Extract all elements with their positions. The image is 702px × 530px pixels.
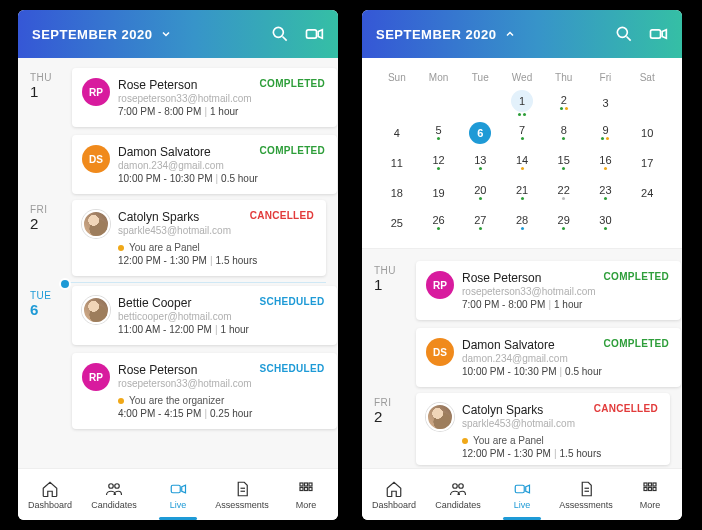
events-body: THU 1 RP Rose Peterson rosepeterson33@ho…	[18, 58, 338, 468]
dow-label: Wed	[501, 66, 543, 88]
candidate-name: Damon Salvatore	[118, 145, 252, 159]
calendar-day[interactable]: 29	[543, 208, 585, 238]
svg-rect-22	[515, 485, 524, 493]
nav-assessments[interactable]: Assessments	[554, 469, 618, 520]
svg-rect-18	[651, 30, 661, 38]
role-label: You are the organizer	[118, 395, 325, 406]
calendar-day[interactable]: 1	[501, 88, 543, 118]
event-card[interactable]: RP Rose Peterson rosepeterson33@hotmail.…	[416, 261, 681, 320]
calendar-day[interactable]: 5	[418, 118, 460, 148]
search-icon[interactable]	[270, 24, 290, 44]
page-title: SEPTEMBER 2020	[376, 27, 496, 42]
day-date-label: THU 1	[374, 261, 406, 387]
calendar-day[interactable]: 6	[459, 118, 501, 148]
candidate-name: Damon Salvatore	[462, 338, 596, 352]
svg-marker-3	[318, 30, 322, 38]
calendar-day[interactable]: 16	[585, 148, 627, 178]
svg-marker-7	[182, 485, 186, 493]
day-date-label: FRI 2	[374, 393, 406, 465]
month-selector[interactable]: SEPTEMBER 2020	[376, 27, 614, 42]
day-num: 1	[30, 83, 62, 100]
candidate-email: rosepeterson33@hotmail.com	[118, 378, 252, 389]
nav-dashboard[interactable]: Dashboard	[362, 469, 426, 520]
calendar-day[interactable]: 20	[459, 178, 501, 208]
chevron-down-icon	[160, 28, 172, 40]
candidate-email: rosepeterson33@hotmail.com	[462, 286, 596, 297]
nav-candidates[interactable]: Candidates	[82, 469, 146, 520]
calendar-day[interactable]: 22	[543, 178, 585, 208]
calendar-day[interactable]: 14	[501, 148, 543, 178]
event-time: 12:00 PM - 1:30 PM|1.5 hours	[118, 255, 314, 266]
day-num: 2	[374, 408, 406, 425]
calendar-day[interactable]: 28	[501, 208, 543, 238]
day-num: 2	[30, 215, 62, 232]
calendar-day[interactable]: 26	[418, 208, 460, 238]
calendar-day[interactable]: 18	[376, 178, 418, 208]
status-badge: COMPLETED	[604, 338, 669, 349]
calendar-day[interactable]: 12	[418, 148, 460, 178]
nav-live[interactable]: Live	[146, 469, 210, 520]
calendar-day[interactable]: 30	[585, 208, 627, 238]
svg-rect-11	[305, 483, 308, 486]
search-icon[interactable]	[614, 24, 634, 44]
svg-point-20	[453, 483, 458, 488]
candidate-name: Catolyn Sparks	[118, 210, 242, 224]
nav-label: Candidates	[435, 500, 481, 510]
calendar-day[interactable]: 24	[626, 178, 668, 208]
nav-more[interactable]: More	[618, 469, 682, 520]
calendar-day[interactable]: 4	[376, 118, 418, 148]
event-time: 11:00 AM - 12:00 PM|1 hour	[118, 324, 325, 335]
calendar-day[interactable]: 3	[585, 88, 627, 118]
calendar-day[interactable]: 17	[626, 148, 668, 178]
status-badge: CANCELLED	[594, 403, 658, 414]
event-time: 10:00 PM - 10:30 PM|0.5 hour	[118, 173, 325, 184]
calendar-day[interactable]: 15	[543, 148, 585, 178]
calendar-day[interactable]: 19	[418, 178, 460, 208]
candidate-name: Rose Peterson	[118, 78, 252, 92]
nav-assessments[interactable]: Assessments	[210, 469, 274, 520]
event-card[interactable]: Catolyn Sparks sparkle453@hotmail.com CA…	[72, 200, 326, 276]
day-num: 6	[30, 301, 62, 318]
calendar-day[interactable]: 7	[501, 118, 543, 148]
calendar-day[interactable]: 2	[543, 88, 585, 118]
role-label: You are a Panel	[462, 435, 658, 446]
people-icon	[449, 480, 467, 498]
event-card[interactable]: RP Rose Peterson rosepeterson33@hotmail.…	[72, 353, 337, 429]
svg-rect-13	[300, 487, 303, 490]
video-icon[interactable]	[304, 24, 324, 44]
calendar-day[interactable]: 23	[585, 178, 627, 208]
avatar: DS	[82, 145, 110, 173]
nav-dashboard[interactable]: Dashboard	[18, 469, 82, 520]
calendar-day[interactable]: 8	[543, 118, 585, 148]
calendar-day[interactable]: 21	[501, 178, 543, 208]
nav-live[interactable]: Live	[490, 469, 554, 520]
event-card[interactable]: Bettie Cooper betticooper@hotmail.com SC…	[72, 286, 337, 345]
day-name: FRI	[374, 397, 406, 408]
candidate-name: Catolyn Sparks	[462, 403, 586, 417]
svg-marker-19	[662, 30, 666, 38]
event-time: 12:00 PM - 1:30 PM|1.5 hours	[462, 448, 658, 459]
day-group: FRI 2 Catolyn Sparks sparkle453@hotmail.…	[30, 200, 326, 276]
dow-label: Mon	[418, 66, 460, 88]
nav-label: Dashboard	[28, 500, 72, 510]
event-time: 7:00 PM - 8:00 PM|1 hour	[462, 299, 669, 310]
app-header: SEPTEMBER 2020	[18, 10, 338, 58]
calendar-day[interactable]: 10	[626, 118, 668, 148]
video-icon[interactable]	[648, 24, 668, 44]
nav-more[interactable]: More	[274, 469, 338, 520]
event-card[interactable]: DS Damon Salvatore damon.234@gmail.com C…	[416, 328, 681, 387]
calendar-day[interactable]: 11	[376, 148, 418, 178]
month-selector[interactable]: SEPTEMBER 2020	[32, 27, 270, 42]
calendar-day[interactable]: 27	[459, 208, 501, 238]
avatar: DS	[426, 338, 454, 366]
event-card[interactable]: RP Rose Peterson rosepeterson33@hotmail.…	[72, 68, 337, 127]
role-dot-icon	[462, 438, 468, 444]
calendar-day[interactable]: 9	[585, 118, 627, 148]
home-icon	[385, 480, 403, 498]
event-card[interactable]: Catolyn Sparks sparkle453@hotmail.com CA…	[416, 393, 670, 465]
svg-rect-6	[171, 485, 180, 493]
nav-candidates[interactable]: Candidates	[426, 469, 490, 520]
event-card[interactable]: DS Damon Salvatore damon.234@gmail.com C…	[72, 135, 337, 194]
calendar-day[interactable]: 25	[376, 208, 418, 238]
calendar-day[interactable]: 13	[459, 148, 501, 178]
